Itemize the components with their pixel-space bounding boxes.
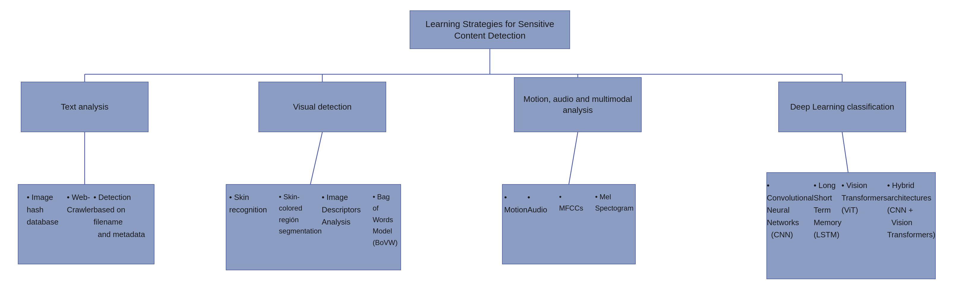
ta-item3: • Detection based on filename and metada… <box>94 191 146 241</box>
text-analysis-label: Text analysis <box>61 102 108 112</box>
leaf-motion-box: • Motion • Audio • MFCCs • Mel Spectogra… <box>502 184 636 264</box>
vd-item2a: • Bag of Words Model (BoVW) <box>361 191 398 248</box>
root-box: Learning Strategies for Sensitive Conten… <box>410 10 570 49</box>
vd-item2: • Image Descriptors Analysis <box>322 191 361 229</box>
visual-detection-label: Visual detection <box>293 102 352 112</box>
root-label: Learning Strategies for Sensitive Conten… <box>414 18 565 41</box>
ma-item2b: • Mel Spectogram <box>583 191 633 214</box>
ta-item1: • Image hash database <box>27 191 67 229</box>
vd-item1: • Skin recognition <box>229 191 267 216</box>
dl-item4: • Hybrid architectures (CNN + Vision Tra… <box>887 179 935 241</box>
diagram: Learning Strategies for Sensitive Conten… <box>0 0 980 308</box>
visual-detection-box: Visual detection <box>258 82 386 132</box>
dl-item2: • Long Short Term Memory (LSTM) <box>814 179 842 241</box>
ta-item2: • Web-Crawler <box>67 191 94 216</box>
dl-item1: • Convolutional Neural Networks (CNN) <box>767 179 814 241</box>
deep-learning-label: Deep Learning classification <box>790 102 894 112</box>
svg-line-8 <box>569 132 578 184</box>
svg-line-9 <box>842 132 848 172</box>
dl-item3: • Vision Transformers (ViT) <box>842 179 887 216</box>
leaf-visual-box: • Skin recognition • Skin-colored región… <box>226 184 401 270</box>
motion-audio-box: Motion, audio and multimodal analysis <box>514 77 642 132</box>
vd-item1a: • Skin-colored región segmentation <box>267 191 322 237</box>
text-analysis-box: Text analysis <box>21 82 148 132</box>
deep-learning-box: Deep Learning classification <box>778 82 906 132</box>
ma-item2a: • MFCCs <box>547 191 583 214</box>
leaf-text-analysis-box: • Image hash database • Web-Crawler • De… <box>18 184 154 264</box>
svg-line-7 <box>310 132 322 184</box>
ma-item2: • Audio <box>527 191 547 216</box>
ma-item1: • Motion <box>504 191 527 216</box>
motion-audio-label: Motion, audio and multimodal analysis <box>519 94 637 116</box>
leaf-deep-box: • Convolutional Neural Networks (CNN) • … <box>767 172 936 279</box>
